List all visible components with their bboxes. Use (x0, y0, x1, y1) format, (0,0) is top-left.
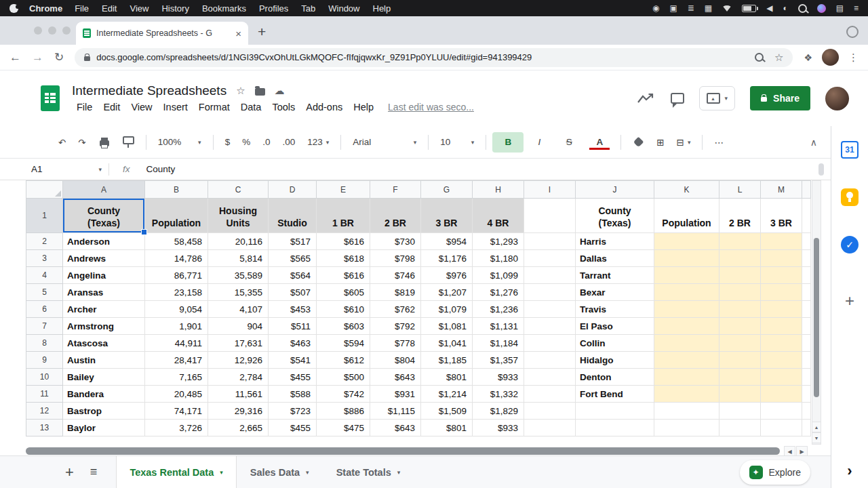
tab-close-icon[interactable]: × (235, 28, 241, 39)
vertical-scrollbar-thumb[interactable] (814, 238, 819, 397)
cell-H5[interactable]: $1,276 (473, 284, 524, 301)
column-header-F[interactable]: F (370, 181, 421, 199)
cell-J6[interactable]: Travis (576, 301, 654, 318)
cell-D6[interactable]: $453 (269, 301, 317, 318)
fill-color-button[interactable] (627, 132, 650, 152)
cell-F7[interactable]: $792 (370, 318, 421, 335)
cell-F3[interactable]: $798 (370, 250, 421, 267)
column-header-E[interactable]: E (317, 181, 370, 199)
cell-F6[interactable]: $762 (370, 301, 421, 318)
cell-F5[interactable]: $819 (370, 284, 421, 301)
cell-M4[interactable] (761, 267, 802, 284)
cell-I13[interactable] (524, 420, 576, 436)
cell-L5[interactable] (719, 284, 761, 301)
cell-I3[interactable] (524, 250, 576, 267)
cell-J9[interactable]: Hidalgo (576, 352, 654, 369)
menu-insert[interactable]: Insert (159, 100, 193, 114)
explore-button[interactable]: ✦ Explore (740, 460, 810, 485)
cell-G9[interactable]: $1,185 (421, 352, 473, 369)
share-button[interactable]: Share (750, 86, 810, 110)
column-header-B[interactable]: B (145, 181, 208, 199)
cell-H12[interactable]: $1,829 (473, 403, 524, 420)
cell-D5[interactable]: $507 (269, 284, 317, 301)
cell-G10[interactable]: $801 (421, 369, 473, 386)
cell-A13[interactable]: Baylor (63, 420, 145, 436)
menu-format[interactable]: Format (194, 100, 235, 114)
cell-H10[interactable]: $933 (473, 369, 524, 386)
cell-C4[interactable]: 35,589 (208, 267, 269, 284)
browser-profile-avatar[interactable] (822, 49, 839, 66)
cell-K3[interactable] (654, 250, 719, 267)
insights-trend-icon[interactable] (637, 92, 656, 104)
menubar-item-profiles[interactable]: Profiles (259, 3, 288, 14)
increase-decimal-button[interactable]: .00 (277, 132, 300, 152)
back-icon[interactable]: ← (9, 51, 21, 64)
last-edit-link[interactable]: Last edit was seco... (388, 102, 474, 113)
cell-M6[interactable] (761, 301, 802, 318)
comment-history-icon[interactable] (671, 93, 684, 104)
cell-K11[interactable] (654, 386, 719, 403)
row-header-7[interactable]: 7 (26, 318, 63, 335)
cell-I11[interactable] (524, 386, 576, 403)
format-currency-button[interactable]: $ (220, 132, 236, 152)
cell-B8[interactable]: 44,911 (145, 335, 208, 352)
row-header-11[interactable]: 11 (26, 386, 63, 403)
extensions-puzzle-icon[interactable]: ❖ (804, 52, 812, 63)
tasks-icon[interactable]: ✓ (841, 236, 859, 253)
cell-I5[interactable] (524, 284, 576, 301)
column-header-K[interactable]: K (654, 181, 719, 199)
cell-J8[interactable]: Collin (576, 335, 654, 352)
row-header-8[interactable]: 8 (26, 335, 63, 352)
cell-E2[interactable]: $616 (317, 233, 370, 250)
scroll-up-button[interactable]: ▲ (812, 422, 821, 432)
menu-view[interactable]: View (126, 100, 157, 114)
cell-K2[interactable] (654, 233, 719, 250)
cell-C1[interactable]: Housing Units (208, 199, 269, 233)
cell-E9[interactable]: $612 (317, 352, 370, 369)
cell-G4[interactable]: $976 (421, 267, 473, 284)
reload-icon[interactable]: ↻ (54, 50, 64, 64)
menubar-item-edit[interactable]: Edit (102, 3, 117, 14)
menubar-item-window[interactable]: Window (328, 3, 359, 14)
stage-lines-icon[interactable]: ≣ (688, 3, 694, 13)
cell-L11[interactable] (719, 386, 761, 403)
active-app-name[interactable]: Chrome (29, 3, 62, 14)
collapse-side-panel-icon[interactable]: › (847, 462, 852, 480)
cell-L4[interactable] (719, 267, 761, 284)
browser-tab[interactable]: Intermediate Spreadsheets - G × (76, 22, 248, 45)
cell-D12[interactable]: $723 (269, 403, 317, 420)
cell-D3[interactable]: $565 (269, 250, 317, 267)
control-center-icon[interactable]: ▤ (836, 3, 844, 13)
cell-I2[interactable] (524, 233, 576, 250)
more-toolbar-button[interactable]: ⋯ (709, 132, 729, 152)
apple-menu-icon[interactable] (9, 4, 18, 13)
column-header-L[interactable]: L (719, 181, 761, 199)
cell-B3[interactable]: 14,786 (145, 250, 208, 267)
cell-K8[interactable] (654, 335, 719, 352)
cell-E12[interactable]: $886 (317, 403, 370, 420)
collapse-toolbar-icon[interactable]: ∧ (810, 137, 817, 148)
cell-A4[interactable]: Angelina (63, 267, 145, 284)
cell-G2[interactable]: $954 (421, 233, 473, 250)
cell-M11[interactable] (761, 386, 802, 403)
cell-I4[interactable] (524, 267, 576, 284)
cell-H3[interactable]: $1,180 (473, 250, 524, 267)
cell-B6[interactable]: 9,054 (145, 301, 208, 318)
bold-button[interactable]: B (492, 132, 524, 152)
cell-B4[interactable]: 86,771 (145, 267, 208, 284)
formula-bar-handle[interactable] (818, 163, 824, 176)
menu-data[interactable]: Data (236, 100, 267, 114)
star-doc-icon[interactable]: ☆ (236, 85, 245, 97)
cell-L6[interactable] (719, 301, 761, 318)
menubar-item-file[interactable]: File (75, 3, 89, 14)
all-sheets-button[interactable]: ≡ (90, 465, 98, 479)
cell-J2[interactable]: Harris (576, 233, 654, 250)
row-header-6[interactable]: 6 (26, 301, 63, 318)
cell-G1[interactable]: 3 BR (421, 199, 473, 233)
cell-M10[interactable] (761, 369, 802, 386)
cell-A12[interactable]: Bastrop (63, 403, 145, 420)
cell-J1[interactable]: County (Texas) (576, 199, 654, 233)
cell-C10[interactable]: 2,784 (208, 369, 269, 386)
cell-A2[interactable]: Anderson (63, 233, 145, 250)
vertical-scrollbar[interactable] (812, 180, 821, 445)
